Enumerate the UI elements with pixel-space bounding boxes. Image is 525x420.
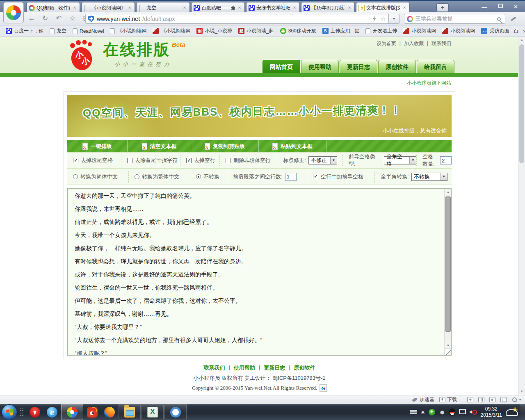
page-zoom-button[interactable]: ▾	[511, 397, 521, 402]
add-gadget-button[interactable]	[467, 397, 473, 402]
page-scrollbar[interactable]: ▲ ▼	[518, 37, 525, 395]
option-remove-blank-lines[interactable]: 去掉空行	[180, 155, 220, 166]
blank-lines-input[interactable]	[285, 173, 297, 181]
favorite-star-button[interactable]: ☆	[68, 14, 77, 23]
speed-lightning-icon[interactable]	[372, 16, 377, 22]
browser-menu-button[interactable]	[3, 2, 24, 23]
paste-to-textbox-button[interactable]: 粘贴到文本框	[259, 140, 326, 152]
bookmark-item[interactable]: 开发者上传	[364, 27, 399, 35]
bookmark-star-icon[interactable]: ☆	[381, 15, 386, 23]
add-favorite-link[interactable]: 加入收藏	[404, 40, 424, 47]
new-tab-button[interactable]: +	[436, 3, 449, 12]
network-icon[interactable]	[459, 409, 466, 415]
taskbar-thunder-button[interactable]	[26, 404, 43, 420]
scroll-up-icon[interactable]: ▲	[518, 37, 525, 43]
scroll-up-icon[interactable]: ▲	[445, 189, 452, 196]
nav-help[interactable]: 使用帮助	[301, 60, 339, 73]
back-button[interactable]: ←	[27, 14, 36, 23]
download-button[interactable]: 下载	[439, 396, 457, 403]
bookmark-item[interactable]: 《小说阅读网	[108, 27, 148, 35]
bookmark-item[interactable]: 龙空	[48, 27, 68, 35]
option-remove-noise-chars[interactable]: 去除首尾干扰字符	[121, 155, 180, 166]
scrollbar-thumb[interactable]	[445, 196, 451, 332]
bookmark-item[interactable]: R小说阅读网	[441, 27, 477, 35]
tab-paiban-active[interactable]: 文本在线排版|文字 ×	[356, 2, 410, 13]
tab-yuelian[interactable]: 【15年3月月练】 ×	[301, 2, 355, 13]
taskbar-ie-button[interactable]: e	[43, 404, 61, 420]
nav-home[interactable]: 网站首页	[262, 60, 300, 73]
close-icon[interactable]: ×	[237, 5, 242, 11]
url-input[interactable]: www.yan-wei.net /default.aspx ☆	[85, 14, 389, 24]
minimize-button[interactable]	[479, 2, 490, 10]
option-remove-trailing-spaces[interactable]: 去掉段尾空格	[67, 155, 121, 166]
bookmark-item[interactable]: 百度一下，你	[4, 27, 45, 35]
copy-to-clipboard-button[interactable]: 复制到剪贴版	[191, 140, 259, 152]
refresh-button[interactable]: ↻	[41, 14, 50, 23]
tab-anlanshu[interactable]: 安澜书文学社吧_百 ×	[246, 2, 300, 13]
close-icon[interactable]: ×	[402, 5, 407, 11]
nav-changelog[interactable]: 更新日志	[340, 60, 377, 73]
page-scrollbar-thumb[interactable]	[519, 44, 524, 163]
show-desktop-button[interactable]	[520, 404, 525, 420]
bookmark-item[interactable]: 创小说_小说排	[195, 27, 234, 35]
taskbar-explorer-button[interactable]	[119, 404, 141, 420]
close-icon[interactable]: ×	[182, 5, 187, 11]
close-icon[interactable]: ×	[347, 5, 352, 11]
punct-fix-select[interactable]: 不修正 ▼	[308, 156, 337, 164]
resize-grip[interactable]	[444, 348, 451, 355]
option-no-convert[interactable]: 不转换	[190, 171, 227, 183]
bookmark-item[interactable]: ReadNovel	[71, 27, 105, 35]
tools-wrench-icon[interactable]	[510, 16, 518, 22]
tray-expand-icon[interactable]	[421, 411, 425, 413]
option-leading-space-in-blank[interactable]: 空行中加前导空格	[307, 171, 375, 183]
search-box[interactable]	[404, 14, 505, 24]
taskbar-weibo-button[interactable]	[84, 404, 101, 420]
tab-tieba[interactable]: 百度贴吧——全球 ×	[191, 2, 245, 13]
bookmark-item[interactable]: 起小说阅读_起	[237, 27, 276, 35]
footer-help-link[interactable]: 使用帮助	[234, 364, 255, 372]
tray-app-icon[interactable]	[439, 409, 445, 415]
fullhalf-select[interactable]: 不转换 ▼	[411, 173, 447, 181]
close-icon[interactable]: ×	[72, 5, 78, 11]
bookmark-item[interactable]: 受访页面 - 百	[479, 27, 520, 35]
close-icon[interactable]: ×	[292, 5, 297, 11]
search-input[interactable]	[415, 16, 495, 22]
footer-software-link[interactable]: 原创软件	[294, 364, 315, 372]
set-homepage-link[interactable]: 设为首页	[377, 40, 396, 47]
search-icon[interactable]	[497, 17, 501, 21]
scroll-down-icon[interactable]: ▼	[518, 388, 525, 395]
taskbar-360browser-button[interactable]	[61, 404, 83, 420]
option-to-simplified[interactable]: 转换为简体中文	[67, 171, 129, 183]
tab-xiaoshuo[interactable]: 《小说阅读网》- ×	[81, 2, 135, 13]
nav-message[interactable]: 给我留言	[417, 60, 454, 73]
bookmark-item[interactable]: S上传应用 - 提	[321, 27, 361, 35]
clock[interactable]: 09:32 2015/3/11	[481, 406, 502, 418]
bookmark-item[interactable]: 360移动开放	[278, 27, 318, 35]
taskbar-qq-browser-button[interactable]	[164, 404, 187, 420]
qq-penguin-icon[interactable]	[449, 409, 455, 415]
weather-icon[interactable]	[506, 408, 518, 417]
editor-scrollbar[interactable]: ▲ ▼	[444, 189, 451, 349]
tab-qq-mail[interactable]: QQ邮箱 - 收件箱 ×	[26, 2, 80, 13]
accelerator-button[interactable]: 加速器	[412, 396, 434, 403]
restore-button[interactable]	[495, 2, 506, 10]
keyboard-icon[interactable]	[410, 410, 417, 414]
leading-space-type-select[interactable]: 全角空格 ▼	[384, 156, 416, 164]
snapshot-button[interactable]	[500, 397, 507, 402]
bookmarks-overflow-button[interactable]: »	[523, 28, 525, 34]
close-icon[interactable]: ×	[127, 5, 132, 11]
tab-longkong[interactable]: 龙空 ×	[136, 2, 190, 13]
clear-textbox-button[interactable]: 清空文本框	[128, 140, 191, 152]
option-to-traditional[interactable]: 转换为繁体中文	[129, 171, 190, 183]
text-editor-area[interactable]: 你逝去的那一天，天空中撒下了纯白的蒲公英。 你跟我说，来世再相见…… 仙道茫茫，…	[67, 188, 452, 356]
option-remove-nonpara-blank[interactable]: 删除非段落空行	[220, 155, 277, 166]
footer-contact-link[interactable]: 联系我们	[203, 364, 225, 372]
url-dropdown-button[interactable]: ▾	[389, 14, 399, 24]
close-window-button[interactable]: ×	[512, 2, 523, 10]
site-logo[interactable]: 小 小 在线排版 Beta 小小一直在努力	[67, 40, 172, 71]
mute-page-button[interactable]	[489, 397, 495, 402]
cnzz-stats-icon[interactable]: G	[320, 384, 327, 392]
skin-button[interactable]	[463, 2, 473, 10]
bookmark-item[interactable]: R小说阅读网	[402, 27, 438, 35]
clean-trace-button[interactable]	[478, 397, 484, 402]
